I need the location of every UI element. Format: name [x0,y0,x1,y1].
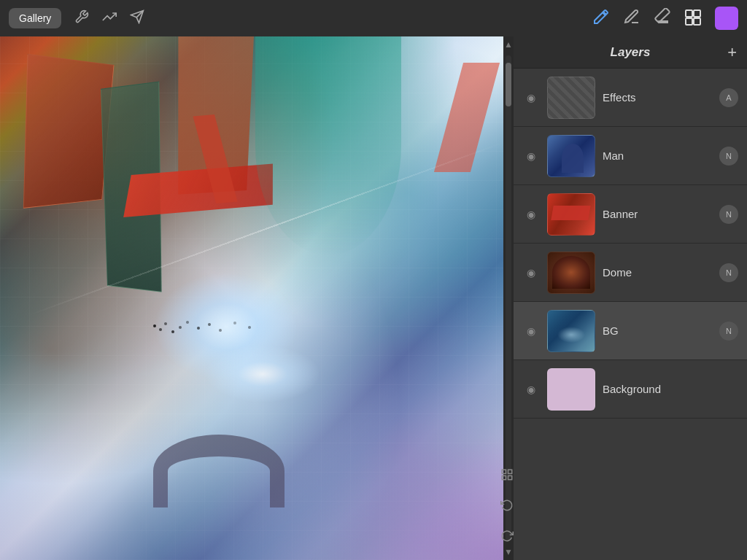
layer-thumb-dome [547,252,595,294]
grid-icon[interactable] [500,468,514,484]
undo-icon[interactable] [500,499,514,515]
svg-rect-7 [508,470,512,473]
layer-visibility-effects[interactable] [522,92,540,104]
bottom-right-tools [500,468,514,545]
gallery-button[interactable]: Gallery [9,8,61,28]
layer-name-background: Background [603,383,738,395]
svg-rect-8 [502,476,506,480]
layer-visibility-background[interactable] [522,384,540,395]
layer-name-banner: Banner [603,208,712,220]
layers-s-icon[interactable] [102,9,117,28]
right-tools [592,7,738,30]
add-layer-button[interactable]: + [727,43,737,62]
layer-name-man: Man [603,149,712,162]
layer-mode-effects[interactable]: A [719,88,738,107]
layer-item-man[interactable]: Man N [514,127,747,185]
svg-rect-2 [686,10,692,17]
svg-rect-9 [508,476,512,480]
layer-mode-dome[interactable]: N [719,263,738,282]
layer-visibility-bg[interactable] [522,325,540,337]
layer-thumb-banner [547,193,595,236]
brush-tool-icon[interactable] [592,8,610,29]
layer-visibility-man[interactable] [522,150,540,162]
layer-name-bg: BG [603,324,712,337]
layer-mode-banner[interactable]: N [719,205,738,224]
layers-panel-icon[interactable] [684,8,702,29]
layer-mode-man[interactable]: N [719,147,738,166]
left-tools [74,9,144,28]
layer-item-effects[interactable]: Effects A [514,69,747,127]
layer-thumb-man [547,135,595,177]
color-swatch[interactable] [715,7,738,30]
svg-rect-4 [686,18,692,25]
layer-thumb-bg [547,310,595,352]
layer-visibility-dome[interactable] [522,267,540,279]
layer-item-background[interactable]: Background [514,360,747,419]
scroll-up-arrow[interactable]: ▲ [504,36,513,52]
layer-visibility-banner[interactable] [522,209,540,220]
layers-panel-title: Layers [611,45,651,60]
canvas-area[interactable] [0,36,511,560]
layer-item-bg[interactable]: BG N [514,302,747,360]
layer-item-dome[interactable]: Dome N [514,244,747,302]
scroll-thumb[interactable] [506,63,511,106]
scroll-down-arrow[interactable]: ▼ [504,544,513,560]
layer-item-banner[interactable]: Banner N [514,185,747,244]
svg-rect-5 [694,18,700,25]
layers-list: Effects A Man N Banner N [514,69,747,560]
layer-mode-bg[interactable]: N [719,322,738,341]
layer-thumb-background [547,368,595,411]
toolbar: Gallery [0,0,747,36]
eraser-tool-icon[interactable] [654,8,671,29]
send-icon[interactable] [130,9,144,28]
layer-thumb-effects [547,77,595,119]
layer-name-effects: Effects [603,91,712,104]
redo-icon[interactable] [500,529,514,545]
svg-rect-3 [694,10,700,17]
layers-panel-header: Layers + [514,36,747,69]
smear-tool-icon[interactable] [623,8,640,29]
layer-name-dome: Dome [603,266,712,279]
svg-rect-6 [502,470,506,473]
wrench-icon[interactable] [74,9,89,28]
layers-panel: Layers + Effects A Man N Banner [514,36,747,560]
